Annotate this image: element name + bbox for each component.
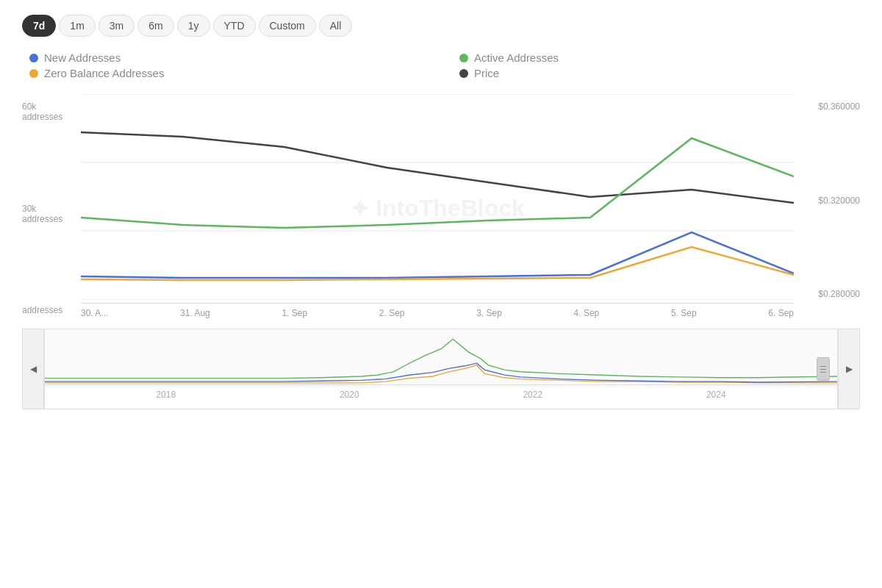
legend-dot	[459, 54, 468, 62]
x-axis: 30. A... 31. Aug 1. Sep 2. Sep 3. Sep 4.…	[81, 303, 794, 323]
y-left-top: 60k addresses	[22, 101, 75, 122]
legend-label: Zero Balance Addresses	[44, 67, 164, 79]
time-range-buttons: 7d1m3m6m1yYTDCustomAll	[22, 15, 860, 37]
mini-year-2024: 2024	[706, 390, 726, 400]
mini-chart-section: ◀ 2018 2020 2022 2024	[22, 329, 860, 409]
x-label-1: 31. Aug	[180, 308, 210, 318]
legend-label: Active Addresses	[474, 51, 559, 64]
time-btn-custom[interactable]: Custom	[259, 15, 316, 37]
time-btn-all[interactable]: All	[319, 15, 353, 37]
y-right-mid: $0.320000	[800, 196, 860, 206]
mini-chart-inner: 2018 2020 2022 2024	[44, 329, 838, 409]
range-drag-handle[interactable]	[817, 357, 830, 381]
legend-item-price: Price	[459, 67, 860, 79]
time-btn-1m[interactable]: 1m	[59, 15, 95, 37]
scroll-right-button[interactable]: ▶	[838, 329, 860, 409]
time-btn-1y[interactable]: 1y	[177, 15, 210, 37]
x-label-7: 6. Sep	[768, 308, 794, 318]
y-left-bottom: addresses	[22, 305, 75, 315]
y-axis-left: 60k addresses 30k addresses addresses	[22, 94, 81, 323]
mini-year-labels: 2018 2020 2022 2024	[45, 388, 837, 401]
y-left-mid: 30k addresses	[22, 204, 75, 224]
main-chart-wrapper: 60k addresses 30k addresses addresses ✦I…	[22, 94, 860, 323]
chart-area: ✦IntoTheBlock	[81, 94, 794, 323]
legend-dot	[29, 54, 38, 62]
legend-item-new-addresses: New Addresses	[29, 51, 430, 64]
x-label-3: 2. Sep	[379, 308, 405, 318]
chart-svg	[81, 94, 794, 300]
mini-year-2020: 2020	[340, 390, 359, 400]
x-label-0: 30. A...	[81, 308, 108, 318]
svg-rect-4	[45, 329, 837, 388]
legend-item-active-addresses: Active Addresses	[459, 51, 860, 64]
chart-legend: New AddressesActive AddressesZero Balanc…	[22, 51, 860, 79]
x-label-5: 4. Sep	[574, 308, 600, 318]
y-axis-right: $0.360000 $0.320000 $0.280000	[794, 94, 860, 323]
time-btn-ytd[interactable]: YTD	[213, 15, 256, 37]
x-label-6: 5. Sep	[671, 308, 697, 318]
legend-label: Price	[474, 67, 499, 79]
y-right-bottom: $0.280000	[800, 289, 860, 299]
legend-item-zero-balance-addresses: Zero Balance Addresses	[29, 67, 430, 79]
mini-chart-svg	[45, 329, 837, 388]
time-btn-7d[interactable]: 7d	[22, 15, 56, 37]
scroll-left-button[interactable]: ◀	[22, 329, 44, 409]
x-label-4: 3. Sep	[476, 308, 502, 318]
mini-year-2018: 2018	[156, 390, 176, 400]
time-btn-3m[interactable]: 3m	[98, 15, 135, 37]
time-btn-6m[interactable]: 6m	[137, 15, 173, 37]
legend-dot	[459, 69, 468, 78]
x-label-2: 1. Sep	[282, 308, 307, 318]
mini-year-2022: 2022	[523, 390, 542, 400]
y-right-top: $0.360000	[800, 101, 860, 112]
legend-dot	[29, 69, 38, 78]
legend-label: New Addresses	[44, 51, 121, 64]
